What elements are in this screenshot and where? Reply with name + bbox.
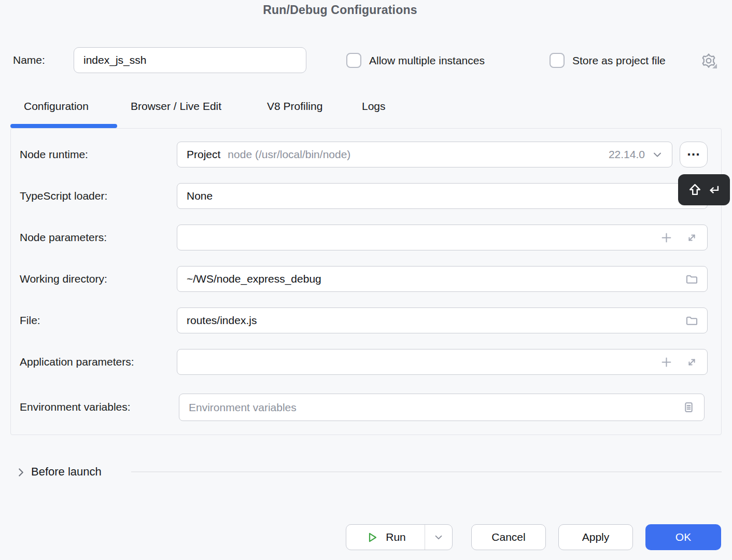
node-runtime-version: 22.14.0 <box>609 148 645 161</box>
environment-variables-label: Environment variables: <box>20 401 131 413</box>
working-directory-label: Working directory: <box>20 273 107 285</box>
allow-multiple-instances-checkbox[interactable] <box>346 53 361 68</box>
ok-button[interactable]: OK <box>645 524 721 550</box>
add-icon[interactable] <box>659 355 673 369</box>
working-directory-value: ~/WS/node_express_debug <box>187 273 321 285</box>
node-parameters-label: Node parameters: <box>20 231 107 244</box>
typescript-loader-value: None <box>187 190 213 202</box>
store-options-gear-button[interactable] <box>700 52 717 69</box>
active-tab-indicator <box>10 124 117 128</box>
before-launch-label[interactable]: Before launch <box>31 465 102 479</box>
cancel-button-label: Cancel <box>491 531 525 543</box>
application-parameters-input[interactable] <box>177 349 708 375</box>
cancel-button[interactable]: Cancel <box>471 524 546 550</box>
run-button-label: Run <box>386 531 406 543</box>
chevron-down-icon <box>433 531 444 543</box>
node-runtime-label: Node runtime: <box>20 148 88 161</box>
application-parameters-label: Application parameters: <box>20 356 134 368</box>
environment-variables-placeholder: Environment variables <box>189 401 297 414</box>
typescript-loader-combobox[interactable]: None <box>177 183 708 209</box>
node-runtime-combobox[interactable]: Project node (/usr/local/bin/node) 22.14… <box>177 142 672 167</box>
run-play-icon <box>365 530 379 544</box>
dialog-title: Run/Debug Configurations <box>0 3 680 17</box>
tab-v8-profiling[interactable]: V8 Profiling <box>267 100 322 113</box>
shift-icon <box>687 182 703 198</box>
node-runtime-browse-button[interactable]: ... <box>680 142 708 167</box>
allow-multiple-instances-row: Allow multiple instances <box>346 53 485 68</box>
apply-button[interactable]: Apply <box>558 524 633 550</box>
expand-icon[interactable] <box>685 355 699 369</box>
folder-icon[interactable] <box>685 314 699 328</box>
node-runtime-detail: node (/usr/local/bin/node) <box>228 148 350 161</box>
list-editor-icon[interactable] <box>682 400 696 414</box>
enter-icon <box>706 182 722 198</box>
typescript-loader-label: TypeScript loader: <box>20 190 107 202</box>
store-as-project-file-checkbox[interactable] <box>550 53 565 68</box>
more-options-icon: ... <box>687 143 700 159</box>
node-parameters-input[interactable] <box>177 225 708 250</box>
environment-variables-input[interactable]: Environment variables <box>179 394 705 421</box>
node-runtime-value: Project <box>187 148 220 161</box>
run-button[interactable]: Run <box>346 525 425 550</box>
run-options-dropdown-button[interactable] <box>425 525 452 550</box>
before-launch-expander[interactable] <box>14 466 27 479</box>
chevron-right-icon <box>14 466 27 479</box>
file-label: File: <box>20 314 40 327</box>
store-as-project-file-row: Store as project file <box>550 53 666 68</box>
folder-icon[interactable] <box>685 272 699 286</box>
tab-logs[interactable]: Logs <box>362 100 386 113</box>
tab-configuration[interactable]: Configuration <box>24 100 89 113</box>
ok-button-label: OK <box>675 531 691 543</box>
name-label: Name: <box>13 54 45 66</box>
run-split-button: Run <box>346 524 453 550</box>
allow-multiple-instances-label: Allow multiple instances <box>369 54 485 67</box>
store-as-project-file-label: Store as project file <box>572 54 666 67</box>
name-input[interactable]: index_js_ssh <box>74 47 306 73</box>
name-input-value: index_js_ssh <box>83 54 146 66</box>
gear-dropdown-corner-icon <box>712 64 717 68</box>
working-directory-input[interactable]: ~/WS/node_express_debug <box>177 266 708 292</box>
file-input[interactable]: routes/index.js <box>177 307 708 333</box>
file-value: routes/index.js <box>187 314 257 327</box>
tab-browser-live-edit[interactable]: Browser / Live Edit <box>131 100 221 113</box>
before-launch-divider <box>131 471 722 472</box>
expand-icon[interactable] <box>685 231 699 245</box>
apply-button-label: Apply <box>582 531 610 543</box>
add-icon[interactable] <box>659 231 673 245</box>
shortcut-tooltip <box>678 174 730 205</box>
chevron-down-icon <box>651 148 664 161</box>
